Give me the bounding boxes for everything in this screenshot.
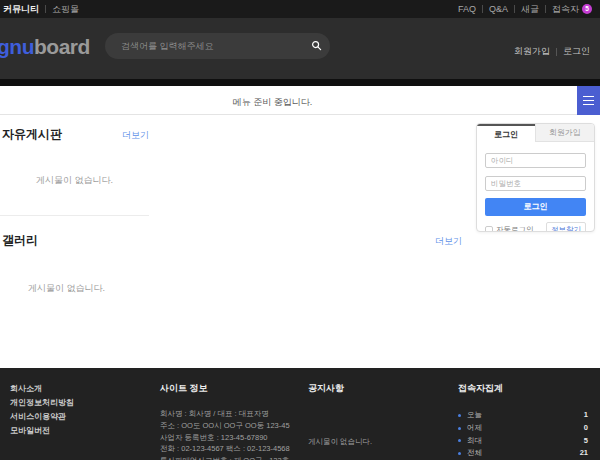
auto-login-checkbox[interactable]	[485, 226, 493, 233]
hamburger-icon	[583, 93, 594, 108]
bullet-icon	[458, 439, 461, 442]
auto-login-option: 자동로그인	[485, 225, 534, 233]
stat-label: 오늘	[467, 409, 584, 422]
all-menu-button[interactable]	[577, 86, 600, 115]
tab-join[interactable]: 회원가입	[535, 124, 594, 142]
gallery-title: 갤러리	[2, 232, 38, 249]
site-info-line: 주소 : OO도 OO시 OO구 OO동 123-45	[160, 420, 290, 432]
topbar: 커뮤니티 쇼핑몰 FAQ Q&A 새글 접속자 5	[0, 0, 600, 18]
latest-gallery-widget: 갤러리 더보기 게시물이 없습니다.	[0, 232, 462, 295]
free-board-more-link[interactable]: 더보기	[122, 129, 149, 142]
site-info-line: 전화 : 02-123-4567 팩스 : 02-123-4568	[160, 443, 290, 455]
find-info-button[interactable]: 정보찾기	[546, 222, 586, 233]
logo-text-gnu: gnu	[0, 35, 34, 58]
login-link[interactable]: 로그인	[563, 45, 590, 58]
visitor-stats-title: 접속자집계	[458, 382, 588, 395]
latest-free-board-widget: 자유게시판 더보기 게시물이 없습니다.	[0, 126, 149, 216]
auto-login-label: 자동로그인	[496, 225, 534, 233]
site-info-line: 회사명 : 회사명 / 대표 : 대표자명	[160, 408, 290, 420]
topbar-link-community[interactable]: 커뮤니티	[3, 3, 39, 16]
stat-value: 0	[584, 422, 588, 435]
stat-value: 5	[584, 435, 588, 448]
footer-notice: 공지사항 게시물이 없습니다.	[308, 382, 438, 447]
footer-visitor-stats: 접속자집계 오늘 1 어제 0 최대 5	[458, 382, 588, 460]
site-info-line: 사업자 등록번호 : 123-45-67890	[160, 432, 290, 444]
menu-placeholder-text: 메뉴 준비 중입니다.	[0, 96, 545, 109]
visitor-count-badge: 5	[582, 4, 592, 14]
stat-value: 1	[584, 409, 588, 422]
topbar-link-visitors[interactable]: 접속자	[552, 3, 579, 16]
footer-links: 회사소개 개인정보처리방침 서비스이용약관 모바일버전	[10, 382, 74, 438]
search-icon	[311, 39, 322, 54]
separator	[514, 5, 515, 13]
topbar-left: 커뮤니티 쇼핑몰	[3, 3, 79, 16]
stat-label: 전체	[467, 447, 580, 460]
free-board-empty-text: 게시물이 없습니다.	[0, 174, 149, 187]
search-button[interactable]	[302, 33, 330, 59]
stat-row-today: 오늘 1	[458, 409, 588, 422]
search-input[interactable]	[105, 41, 302, 51]
login-id-field[interactable]	[485, 153, 586, 168]
stat-row-total: 전체 21	[458, 447, 588, 460]
topbar-link-qna[interactable]: Q&A	[489, 4, 508, 14]
notice-title: 공지사항	[308, 382, 438, 395]
site-info-line: 통신판매업신고번호 : 제 OO구 - 123호	[160, 455, 290, 460]
bullet-icon	[458, 427, 461, 430]
footer-link-terms[interactable]: 서비스이용약관	[10, 410, 74, 424]
menu-bar: 메뉴 준비 중입니다.	[0, 86, 600, 115]
header: gnuboard 회원가입 로그인	[0, 18, 600, 79]
search-bar	[105, 33, 330, 59]
footer-link-mobile[interactable]: 모바일버전	[10, 424, 74, 438]
site-logo[interactable]: gnuboard	[0, 35, 90, 59]
bullet-icon	[458, 414, 461, 417]
header-member-links: 회원가입 로그인	[514, 45, 590, 58]
login-box: 로그인 회원가입 로그인 자동로그인 정보찾기	[476, 123, 595, 232]
logo-text-board: board	[34, 35, 90, 58]
footer-link-company[interactable]: 회사소개	[10, 382, 74, 396]
join-link[interactable]: 회원가입	[514, 45, 550, 58]
topbar-link-new-posts[interactable]: 새글	[521, 3, 539, 16]
gallery-more-link[interactable]: 더보기	[435, 235, 462, 248]
site-info-title: 사이트 정보	[160, 382, 290, 395]
separator	[545, 5, 546, 13]
page: 커뮤니티 쇼핑몰 FAQ Q&A 새글 접속자 5 gnuboard	[0, 0, 600, 460]
stat-label: 어제	[467, 422, 584, 435]
separator	[45, 5, 46, 13]
bullet-icon	[458, 452, 461, 455]
separator	[556, 48, 557, 56]
footer: 회사소개 개인정보처리방침 서비스이용약관 모바일버전 사이트 정보 회사명 :…	[0, 368, 600, 460]
tab-login[interactable]: 로그인	[477, 124, 535, 142]
stat-label: 최대	[467, 435, 584, 448]
login-submit-button[interactable]: 로그인	[485, 198, 586, 216]
stat-row-max: 최대 5	[458, 435, 588, 448]
topbar-right: FAQ Q&A 새글 접속자 5	[458, 3, 592, 16]
footer-site-info: 사이트 정보 회사명 : 회사명 / 대표 : 대표자명 주소 : OO도 OO…	[160, 382, 290, 460]
stat-row-yesterday: 어제 0	[458, 422, 588, 435]
footer-link-privacy[interactable]: 개인정보처리방침	[10, 396, 74, 410]
separator	[482, 5, 483, 13]
gallery-empty-text: 게시물이 없습니다.	[0, 282, 462, 295]
notice-empty-text: 게시물이 없습니다.	[308, 437, 438, 447]
free-board-title: 자유게시판	[2, 126, 62, 143]
stat-value: 21	[580, 447, 588, 460]
topbar-link-faq[interactable]: FAQ	[458, 4, 476, 14]
topbar-link-shop[interactable]: 쇼핑몰	[52, 3, 79, 16]
login-password-field[interactable]	[485, 176, 586, 191]
gnb-strip	[0, 79, 600, 86]
